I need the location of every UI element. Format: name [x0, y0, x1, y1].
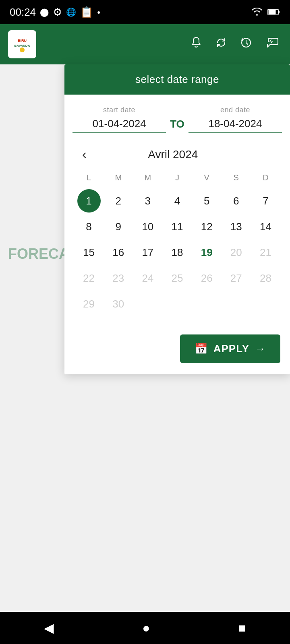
svg-text:BAVANDA: BAVANDA [14, 44, 30, 47]
recent-apps-button[interactable]: ■ [238, 621, 246, 636]
prev-month-button[interactable]: ‹ [78, 147, 91, 162]
history-icon[interactable] [239, 36, 253, 53]
home-button[interactable]: ● [142, 621, 150, 636]
cal-day-empty-1 [133, 291, 162, 317]
end-date-label: end date [220, 106, 250, 114]
end-date-input[interactable]: 18-04-2024 [188, 118, 282, 133]
cal-day-26[interactable]: 26 [192, 265, 222, 291]
start-date-input[interactable]: 01-04-2024 [72, 118, 166, 133]
app-header-icons [189, 36, 282, 53]
apply-label: APPLY [213, 343, 249, 355]
carrier-icon: 🌐 [66, 7, 76, 17]
day-header-S: S [222, 170, 251, 188]
status-time: 00:24 [10, 6, 36, 19]
picker-title: select date range [135, 73, 219, 85]
cal-day-22[interactable]: 22 [74, 265, 104, 291]
cal-day-empty-3 [192, 291, 222, 317]
cal-day-17[interactable]: 17 [133, 239, 162, 265]
end-date-group: end date 18-04-2024 [188, 106, 282, 133]
cal-day-29[interactable]: 29 [74, 291, 104, 317]
cal-day-empty-2 [162, 291, 192, 317]
date-picker-modal: select date range start date 01-04-2024 … [64, 64, 290, 374]
calendar-btn-icon: 📅 [195, 343, 208, 355]
status-bar: 00:24 ⬤ ⚙ 🌐 📋 ● [0, 0, 290, 24]
cal-day-19[interactable]: 19 [192, 239, 222, 265]
status-bar-left: 00:24 ⬤ ⚙ 🌐 📋 ● [10, 6, 101, 19]
cal-day-18[interactable]: 18 [162, 239, 192, 265]
app-logo: BIRU BAVANDA [8, 30, 36, 58]
bottom-nav: ◀ ● ■ [0, 612, 290, 644]
cal-day-4[interactable]: 4 [162, 188, 192, 214]
sim-icon: ⬤ [40, 7, 49, 17]
cal-day-21[interactable]: 21 [251, 239, 280, 265]
status-bar-right [251, 6, 280, 19]
feedback-icon[interactable] [264, 36, 282, 53]
cal-day-1[interactable]: 1 [77, 189, 101, 213]
cal-day-16[interactable]: 16 [104, 239, 133, 265]
calendar-day-headers: L M M J V S D 1 2 3 4 5 6 7 8 9 10 11 [74, 170, 280, 317]
day-header-M2: M [133, 170, 162, 188]
cal-day-20[interactable]: 20 [222, 239, 251, 265]
day-header-D: D [251, 170, 280, 188]
day-header-J: J [162, 170, 192, 188]
cal-day-14[interactable]: 14 [251, 214, 280, 239]
bell-icon[interactable] [189, 36, 203, 53]
arrow-right-icon: → [255, 343, 266, 355]
cal-day-27[interactable]: 27 [222, 265, 251, 291]
apply-button[interactable]: 📅 APPLY → [180, 334, 280, 363]
day-header-V: V [192, 170, 222, 188]
date-inputs-row: start date 01-04-2024 TO end date 18-04-… [64, 95, 290, 137]
battery-icon [267, 6, 280, 19]
cal-day-8[interactable]: 8 [74, 214, 104, 239]
calendar-container: ‹ Avril 2024 L M M J V S D 1 2 3 4 5 6 [64, 137, 290, 326]
cal-day-24[interactable]: 24 [133, 265, 162, 291]
cal-day-2[interactable]: 2 [104, 188, 133, 214]
cal-day-5[interactable]: 5 [192, 188, 222, 214]
start-date-label: start date [103, 106, 135, 114]
cal-day-empty-5 [251, 291, 280, 317]
cal-day-12[interactable]: 12 [192, 214, 222, 239]
to-separator: TO [166, 118, 188, 130]
cal-day-15[interactable]: 15 [74, 239, 104, 265]
cal-day-25[interactable]: 25 [162, 265, 192, 291]
calendar-nav: ‹ Avril 2024 [74, 141, 280, 170]
wifi-icon [251, 6, 263, 19]
cal-day-28[interactable]: 28 [251, 265, 280, 291]
svg-rect-2 [269, 10, 276, 14]
cal-day-9[interactable]: 9 [104, 214, 133, 239]
refresh-icon[interactable] [214, 36, 228, 53]
start-date-group: start date 01-04-2024 [72, 106, 166, 133]
svg-point-6 [20, 47, 25, 52]
calendar-month-title: Avril 2024 [148, 148, 198, 161]
svg-rect-1 [278, 11, 280, 13]
app-header: BIRU BAVANDA [0, 24, 290, 64]
cal-day-13[interactable]: 13 [222, 214, 251, 239]
day-header-L: L [74, 170, 104, 188]
app-logo-area: BIRU BAVANDA [8, 30, 36, 58]
cal-day-10[interactable]: 10 [133, 214, 162, 239]
cal-day-3[interactable]: 3 [133, 188, 162, 214]
back-button[interactable]: ◀ [44, 620, 54, 636]
apply-button-row: 📅 APPLY → [64, 326, 290, 374]
cal-day-empty-4 [222, 291, 251, 317]
settings-icon: ⚙ [53, 6, 62, 19]
main-content: FORECAS select date range start date 01-… [0, 64, 290, 644]
svg-text:BIRU: BIRU [18, 39, 27, 43]
dot-indicator: ● [97, 9, 100, 15]
day-header-M1: M [104, 170, 133, 188]
notes-icon: 📋 [80, 6, 93, 19]
picker-header: select date range [64, 64, 290, 95]
cal-day-6[interactable]: 6 [222, 188, 251, 214]
cal-day-11[interactable]: 11 [162, 214, 192, 239]
cal-day-30[interactable]: 30 [104, 291, 133, 317]
cal-day-7[interactable]: 7 [251, 188, 280, 214]
cal-day-23[interactable]: 23 [104, 265, 133, 291]
